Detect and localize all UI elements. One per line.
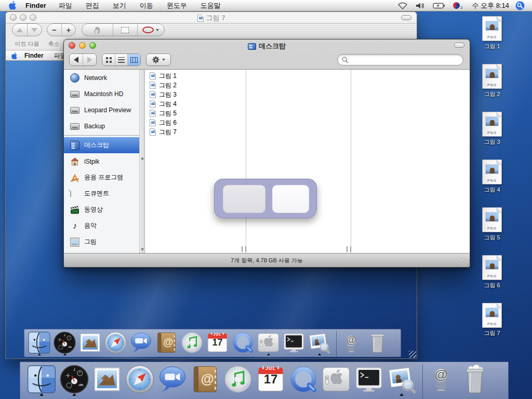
menu-app-name[interactable]: Finder: [25, 2, 46, 9]
menu-clock[interactable]: 수 오후 8:14: [472, 1, 509, 10]
dock-item-mail: [78, 331, 102, 354]
sidebar-item-macintosh-hd[interactable]: Macintosh HD: [64, 86, 139, 102]
file-row[interactable]: 그림 7: [145, 127, 246, 137]
dock-item-safari[interactable]: [125, 364, 155, 394]
hand-tool-icon[interactable]: [82, 24, 113, 36]
sidebar-item-leopard-preview[interactable]: Leopard Preview: [64, 102, 139, 118]
view-switcher[interactable]: [102, 54, 141, 66]
dock-item-system-preferences[interactable]: [321, 364, 351, 394]
dock-divider: [422, 364, 423, 399]
desktop-file-label: 그림 5: [484, 234, 500, 242]
scroll-down-arrow-icon[interactable]: [141, 248, 144, 251]
dock-item-ichat[interactable]: [157, 364, 188, 394]
page-up-down-buttons[interactable]: [12, 23, 42, 36]
back-button[interactable]: [70, 54, 83, 65]
dock-item-ical[interactable]: JUL17: [256, 364, 286, 394]
file-row[interactable]: 그림 6: [145, 118, 246, 127]
file-row[interactable]: 그림 3: [145, 90, 246, 99]
file-row[interactable]: 그림 1: [145, 71, 246, 81]
input-badge: 2: [461, 6, 463, 9]
movies-icon: [70, 205, 79, 215]
column-resize-handle[interactable]: [347, 246, 351, 252]
documents-icon: [70, 189, 71, 197]
desktop-file-3[interactable]: PNG 그림 3: [478, 112, 506, 146]
dock-item-address-book: @: [155, 331, 178, 354]
png-doc-icon: [150, 119, 156, 126]
png-doc-icon: [150, 82, 156, 89]
dock-item-quicktime[interactable]: [288, 364, 318, 394]
battery-icon[interactable]: [433, 3, 445, 9]
home-icon: [70, 157, 79, 166]
apple-menu-icon[interactable]: [8, 1, 16, 10]
spotlight-icon[interactable]: [515, 1, 525, 10]
finder-sidebar: Network Macintosh HD Leopard Preview Bac…: [64, 70, 140, 253]
sidebar-item-pictures[interactable]: 그림: [64, 234, 139, 250]
sidebar-item-documents[interactable]: 도큐멘트: [64, 185, 139, 202]
sidebar-item-network[interactable]: Network: [64, 70, 139, 86]
dock-item-dashboard[interactable]: [59, 364, 89, 394]
file-row[interactable]: 그림 2: [145, 81, 246, 90]
desktop-file-2[interactable]: PNG 그림 2: [478, 64, 506, 98]
sidebar-item-music[interactable]: ♪ 음악: [64, 218, 139, 234]
desktop-file-6[interactable]: PNG 그림 6: [478, 255, 506, 289]
desktop-mini-icon: [248, 43, 256, 50]
forward-button[interactable]: [83, 54, 96, 65]
dock-item-preview: [308, 331, 331, 354]
dock-item-at-launcher[interactable]: @: [429, 365, 454, 393]
finder-titlebar[interactable]: 데스크탑: [64, 39, 470, 51]
menu-go[interactable]: 이동: [140, 1, 153, 10]
menu-help[interactable]: 도움말: [201, 1, 221, 10]
desktop-file-5[interactable]: PNG 그림 5: [478, 207, 506, 242]
dock-item-itunes[interactable]: [223, 364, 253, 394]
gear-icon[interactable]: [147, 54, 170, 65]
file-row[interactable]: 그림 4: [145, 99, 246, 109]
scroll-up-arrow-icon[interactable]: [141, 157, 144, 159]
menu-window[interactable]: 윈도우: [167, 1, 187, 10]
column-resize-handle[interactable]: [242, 246, 246, 252]
sidebar-item-desktop[interactable]: 데스크탑: [64, 137, 139, 153]
list-view-button[interactable]: [115, 54, 127, 65]
menu-view[interactable]: 보기: [113, 1, 126, 10]
desktop-wallpaper: Finder 파일 편집 보기 이동 윈도우 도움말 2 수 오후 8:14 P…: [0, 0, 532, 399]
search-input[interactable]: [351, 56, 463, 64]
select-tool-icon[interactable]: [113, 24, 137, 36]
toolbar-pill-button[interactable]: [454, 43, 464, 48]
desktop-file-1[interactable]: PNG 그림 1: [478, 16, 506, 50]
sidebar-scrollbar[interactable]: [140, 70, 145, 253]
toolbar-pill-button[interactable]: [401, 15, 411, 20]
dock-item-finder[interactable]: [26, 364, 57, 394]
menu-file[interactable]: 파일: [59, 1, 72, 10]
dock-item-preview[interactable]: [387, 364, 417, 394]
dock-item-terminal[interactable]: [354, 364, 384, 394]
action-gear-button[interactable]: [146, 54, 171, 66]
desktop-file-7[interactable]: PNG 그림 7: [478, 303, 506, 337]
tool-mode-buttons[interactable]: [82, 23, 165, 36]
finder-window[interactable]: 데스크탑: [63, 39, 470, 268]
desktop-file-4[interactable]: PNG 그림 4: [478, 159, 506, 194]
wifi-icon[interactable]: [397, 2, 408, 9]
sidebar-item-applications[interactable]: 응용 프로그램: [64, 169, 139, 185]
dock-item-address-book[interactable]: @: [190, 364, 220, 394]
resize-grip[interactable]: [461, 258, 469, 265]
dock-item-trash[interactable]: [459, 364, 490, 395]
desktop-icon: [70, 141, 79, 150]
menu-edit[interactable]: 편집: [86, 1, 99, 10]
icon-view-button[interactable]: [102, 54, 115, 65]
input-source-korean-flag-icon[interactable]: 2: [453, 2, 463, 9]
preview-titlebar[interactable]: 그림 7: [6, 12, 417, 23]
dock-item-mail[interactable]: [92, 364, 122, 394]
file-row[interactable]: 그림 5: [145, 109, 246, 118]
search-field[interactable]: [337, 54, 463, 65]
sidebar-item-backup[interactable]: Backup: [64, 118, 139, 134]
volume-icon[interactable]: [415, 2, 425, 9]
back-forward-buttons[interactable]: [69, 54, 97, 66]
hard-disk-icon: [70, 123, 79, 130]
sidebar-item-movies[interactable]: 동영상: [64, 202, 139, 218]
sidebar-item-home[interactable]: iStpik: [64, 153, 139, 169]
dock-item-trash: [366, 331, 389, 354]
column-view-button[interactable]: [128, 54, 140, 65]
resize-grip[interactable]: [409, 351, 416, 358]
dock-item-ical: JUL17: [206, 331, 229, 354]
annotate-oval-tool-icon[interactable]: [138, 24, 164, 36]
zoom-out-in-buttons[interactable]: − +: [47, 23, 76, 36]
